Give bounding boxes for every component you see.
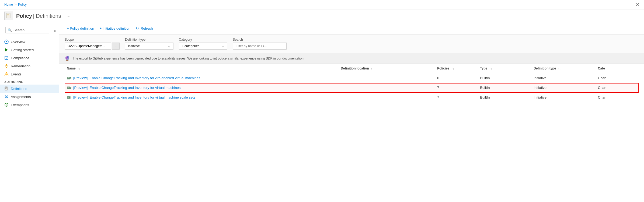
cell-deftype: Initiative <box>531 83 596 93</box>
getting-started-icon <box>4 48 9 52</box>
more-options-button[interactable]: ··· <box>64 13 73 19</box>
search-input[interactable] <box>13 28 47 32</box>
cell-category: Chan <box>596 93 639 102</box>
category-select[interactable]: 1 categories All categories <box>179 43 227 50</box>
cell-type: BuiltIn <box>478 73 531 83</box>
sort-icon-name: ↑↓ <box>78 67 80 70</box>
svg-rect-13 <box>5 87 7 88</box>
sidebar-item-definitions[interactable]: Definitions <box>0 85 59 93</box>
col-header-defloc[interactable]: Definition location ↑↓ <box>339 64 435 73</box>
page-icon <box>4 12 13 20</box>
refresh-icon: ↻ <box>136 26 139 30</box>
exemptions-icon <box>4 103 9 107</box>
svg-rect-23 <box>68 87 69 87</box>
sidebar-item-events[interactable]: Events <box>0 70 59 78</box>
svg-marker-6 <box>5 48 8 51</box>
scope-browse-button[interactable]: ... <box>112 43 120 50</box>
definitions-icon <box>4 86 9 91</box>
svg-point-16 <box>6 95 7 97</box>
sidebar-item-getting-started[interactable]: Getting started <box>0 46 59 54</box>
sort-icon-deftype: ↑↓ <box>558 67 561 70</box>
svg-rect-2 <box>7 15 10 15</box>
policy-icon <box>67 86 72 90</box>
refresh-button[interactable]: ↻ Refresh <box>134 25 155 32</box>
cell-name: [Preview]: Enable ChangeTracking and Inv… <box>65 93 339 102</box>
scope-filter: Scope ... <box>65 38 120 50</box>
col-header-deftype[interactable]: Definition type ↑↓ <box>531 64 596 73</box>
overview-label: Overview <box>11 40 25 44</box>
breadcrumb-separator: > <box>15 3 16 6</box>
sidebar-item-overview[interactable]: Overview <box>0 38 59 46</box>
remediation-icon <box>4 64 9 68</box>
cell-category: Chan <box>596 73 639 83</box>
breadcrumb: Home > Policy <box>4 3 27 6</box>
svg-point-5 <box>6 41 7 42</box>
col-header-policies[interactable]: Policies ↑↓ <box>435 64 478 73</box>
svg-rect-20 <box>68 78 69 78</box>
svg-rect-28 <box>68 97 69 97</box>
toolbar: + Policy definition + Initiative definit… <box>59 22 644 34</box>
policy-icon <box>67 76 72 80</box>
def-type-select[interactable]: Initiative Policy All <box>125 43 173 50</box>
definitions-table: Name ↑↓ Definition location ↑↓ Policies … <box>65 64 639 102</box>
cell-defloc <box>339 73 435 83</box>
sidebar-item-exemptions[interactable]: Exemptions <box>0 101 59 109</box>
row-name-link[interactable]: [Preview]: Enable ChangeTracking and Inv… <box>67 95 336 99</box>
table-area: Name ↑↓ Definition location ↑↓ Policies … <box>59 64 644 102</box>
cell-type: BuiltIn <box>478 83 531 93</box>
sidebar-item-remediation[interactable]: Remediation <box>0 62 59 70</box>
svg-rect-19 <box>68 77 69 78</box>
sidebar-item-compliance[interactable]: Compliance <box>0 54 59 62</box>
cell-name: [Preview]: Enable ChangeTracking and Inv… <box>65 73 339 83</box>
sidebar-search[interactable]: 🔍 <box>5 27 49 33</box>
search-icon: 🔍 <box>8 28 12 32</box>
col-header-type[interactable]: Type ↑↓ <box>478 64 531 73</box>
category-filter: Category 1 categories All categories <box>179 38 227 50</box>
page-header: Policy | Definitions ··· <box>0 9 644 22</box>
cell-defloc <box>339 83 435 93</box>
policy-definition-button[interactable]: + Policy definition <box>65 25 96 32</box>
row-name-link[interactable]: [Preview]: Enable ChangeTracking and Inv… <box>67 76 336 80</box>
svg-point-11 <box>6 75 7 75</box>
filter-bar: Scope ... Definition type Initiative Pol… <box>59 34 644 53</box>
category-label: Category <box>179 38 227 41</box>
compliance-label: Compliance <box>11 56 29 60</box>
cell-deftype: Initiative <box>531 93 596 102</box>
assignments-icon <box>4 95 9 99</box>
svg-rect-27 <box>68 97 69 97</box>
scope-input[interactable] <box>65 43 111 50</box>
main-content: + Policy definition + Initiative definit… <box>59 22 644 198</box>
sidebar: 🔍 « Overview Getting started Compliance <box>0 22 59 198</box>
notice-text: The export to GitHub experience has been… <box>73 57 304 60</box>
table-row: [Preview]: Enable ChangeTracking and Inv… <box>65 83 639 93</box>
def-type-label: Definition type <box>125 38 173 41</box>
page-title: Policy | Definitions <box>16 13 61 19</box>
sort-icon-type: ↑↓ <box>489 67 492 70</box>
definition-type-filter: Definition type Initiative Policy All <box>125 38 173 50</box>
row-name-text: [Preview]: Enable ChangeTracking and Inv… <box>73 76 200 80</box>
compliance-icon <box>4 56 9 60</box>
col-header-name[interactable]: Name ↑↓ <box>65 64 339 73</box>
row-name-link[interactable]: [Preview]: Enable ChangeTracking and Inv… <box>67 86 336 90</box>
policy-icon <box>67 96 72 99</box>
breadcrumb-policy[interactable]: Policy <box>18 3 27 6</box>
assignments-label: Assignments <box>11 95 31 99</box>
breadcrumb-home[interactable]: Home <box>4 3 13 6</box>
table-row: [Preview]: Enable ChangeTracking and Inv… <box>65 93 639 102</box>
sidebar-item-assignments[interactable]: Assignments <box>0 93 59 101</box>
scope-label: Scope <box>65 38 120 41</box>
remediation-label: Remediation <box>11 64 30 68</box>
search-filter-label: Search <box>233 38 287 41</box>
sort-icon-defloc: ↑↓ <box>371 67 374 70</box>
cell-defloc <box>339 93 435 102</box>
cell-policies: 7 <box>435 83 478 93</box>
overview-icon <box>4 40 9 44</box>
search-filter-input[interactable] <box>233 43 287 50</box>
sort-icon-policies: ↑↓ <box>451 67 454 70</box>
cell-category: Chan <box>596 83 639 93</box>
cell-deftype: Initiative <box>531 73 596 83</box>
collapse-button[interactable]: « <box>53 28 57 33</box>
initiative-definition-button[interactable]: + Initiative definition <box>98 25 133 32</box>
close-button[interactable]: ✕ <box>636 2 640 8</box>
cell-policies: 6 <box>435 73 478 83</box>
